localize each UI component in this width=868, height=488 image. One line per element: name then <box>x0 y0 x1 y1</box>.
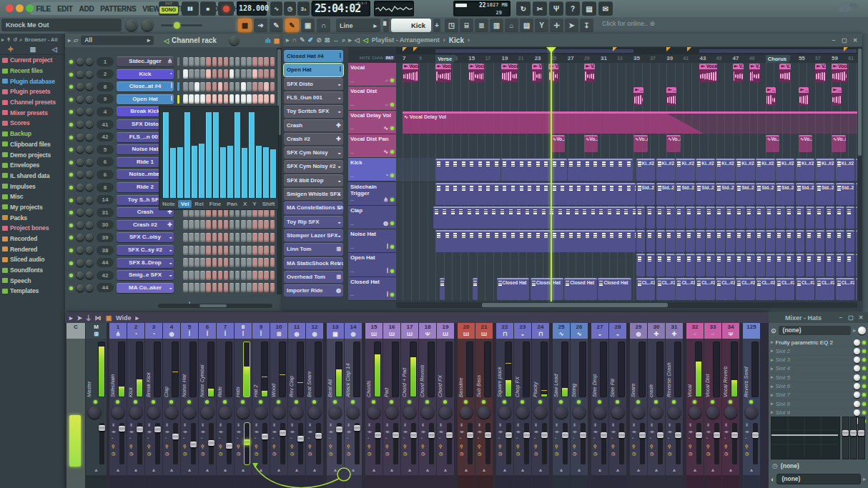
shuffle-slider-handle[interactable] <box>174 22 180 29</box>
pan-icon[interactable]: ◂▸ <box>272 429 277 434</box>
touch-icon[interactable]: ➤ <box>77 314 83 322</box>
browser-item-project-bones[interactable]: Project bones <box>0 223 65 234</box>
pattern-clip[interactable] <box>666 254 674 276</box>
automation-clip-big[interactable]: ∿ Vocal Delay Vol <box>403 111 857 134</box>
step-cell[interactable] <box>212 69 217 79</box>
channel-led[interactable] <box>69 211 73 214</box>
strip-fader[interactable] <box>485 423 490 464</box>
step-cell[interactable] <box>218 233 223 242</box>
draw-tool[interactable]: ✎ <box>300 36 305 44</box>
route-arrow-icon[interactable]: ▲ <box>458 467 475 472</box>
route-arrow-icon[interactable]: ▲ <box>609 467 626 472</box>
pattern-clip[interactable] <box>826 230 834 252</box>
step-cell[interactable] <box>224 94 229 104</box>
cut-tool-button[interactable]: ✂ <box>533 1 547 16</box>
pattern-selector[interactable]: Kick <box>391 19 431 32</box>
browser-item-recent-files[interactable]: Recent files <box>0 66 65 76</box>
slot-name[interactable]: Fruity parametric EQ 2 <box>776 339 852 346</box>
step-cell[interactable] <box>206 94 211 104</box>
plugin-picker-button[interactable]: Y <box>535 19 548 32</box>
pattern-clip[interactable] <box>706 230 714 252</box>
step-cell[interactable] <box>252 258 257 267</box>
fader-handle[interactable] <box>485 432 491 438</box>
preview-speaker-icon[interactable]: ◁ <box>355 36 360 44</box>
pattern-clip[interactable] <box>435 230 635 252</box>
step-cell[interactable] <box>264 57 269 66</box>
step-cell[interactable] <box>224 233 229 242</box>
stereo-sep-icon[interactable]: ⬍ <box>689 423 692 428</box>
stereo-sep-icon[interactable]: ⬍ <box>219 423 222 428</box>
pattern-clip[interactable]: CL..#2 <box>656 278 675 300</box>
step-cell[interactable] <box>258 220 263 229</box>
strip-fader[interactable] <box>429 423 434 464</box>
lamp-icon[interactable]: ⚲ <box>439 444 442 449</box>
clock-icon[interactable]: ◷ <box>112 452 115 457</box>
mute-dot-icon[interactable]: • <box>668 436 669 441</box>
mute-dot-icon[interactable]: • <box>632 436 633 441</box>
step-cell[interactable] <box>224 220 229 229</box>
fader-handle[interactable] <box>375 432 381 438</box>
step-cell[interactable] <box>183 220 188 229</box>
channel-number[interactable]: 4 <box>97 107 114 116</box>
step-cell[interactable] <box>247 220 252 229</box>
track-lane-vocal-dist-pan[interactable]: ∿Vo..n∿Vo..n∿Vo..n∿Vo..n∿Vo..n∿Vo..n∿Vo.… <box>396 134 857 159</box>
audio-clip[interactable]: ⇤ V..l <box>779 64 790 82</box>
strip-pan-knob[interactable] <box>632 406 645 419</box>
strip-pan-knob[interactable] <box>165 406 178 419</box>
mixer-strip-noise-cymbal[interactable]: 6ⅠNoise Cymbal⬍◂▸•⚲◷▲ <box>199 323 216 488</box>
route-arrow-icon[interactable]: ▲ <box>630 467 647 472</box>
mute-dot-icon[interactable]: • <box>272 436 274 441</box>
fader-handle[interactable] <box>137 427 143 432</box>
strip-fader[interactable] <box>447 423 452 464</box>
step-cell[interactable] <box>230 233 235 242</box>
display-tab-note[interactable]: NOTE <box>360 56 370 60</box>
strip-led[interactable] <box>672 400 676 404</box>
clock-icon[interactable]: ◷ <box>632 452 636 457</box>
track-header-clap[interactable]: Clap...◍ <box>348 206 396 229</box>
pattern-clip[interactable]: Sid..2 <box>756 183 774 205</box>
step-cell[interactable] <box>252 246 257 255</box>
pan-icon[interactable]: ◂▸ <box>421 429 425 434</box>
lamp-icon[interactable]: ⚲ <box>650 444 653 449</box>
step-cell[interactable] <box>247 69 252 79</box>
mute-dot-icon[interactable]: • <box>329 436 330 441</box>
track-options[interactable]: ... <box>350 79 354 83</box>
strip-led[interactable] <box>503 400 506 404</box>
pan-icon[interactable]: ◂▸ <box>237 429 241 434</box>
slot-mix-knob[interactable] <box>854 357 860 363</box>
route-arrow-icon[interactable]: ▲ <box>591 467 608 472</box>
track-lane-vocal-dist[interactable]: ⇤ ..⇤ ..⇤ ..⇤ ..⇤ .. <box>396 86 857 111</box>
pattern-clip[interactable] <box>756 230 764 252</box>
fx-slot-5[interactable]: ▸Slot 5 <box>771 373 866 382</box>
strip-led[interactable] <box>259 400 262 404</box>
lamp-icon[interactable]: ⚲ <box>308 444 311 449</box>
pattern-clip[interactable] <box>716 206 724 229</box>
fader-handle[interactable] <box>467 432 473 438</box>
picker-item-closed-hat-4[interactable]: Closed Hat #4Ⅰ <box>284 50 343 62</box>
pattern-clip[interactable]: Ki..#2 <box>696 159 714 181</box>
pattern-clip[interactable]: Sid..2 <box>716 183 734 205</box>
pattern-clip[interactable]: CL..#2 <box>816 278 834 300</box>
pattern-clip[interactable] <box>786 206 794 229</box>
strip-led[interactable] <box>654 400 658 404</box>
pan-icon[interactable]: ◂▸ <box>632 429 636 434</box>
step-cell[interactable] <box>218 246 223 255</box>
step-cell[interactable] <box>252 94 257 104</box>
fader-handle[interactable] <box>675 432 681 438</box>
step-cell[interactable] <box>258 233 263 242</box>
lamp-icon[interactable]: ⚲ <box>219 444 222 449</box>
step-cell[interactable] <box>224 271 229 280</box>
audio-clip[interactable]: ⇤ Vocal <box>435 64 451 82</box>
marker-flag-icon[interactable] <box>613 47 617 51</box>
pattern-clip[interactable]: Closed Hat <box>598 278 631 300</box>
fader-handle[interactable] <box>262 434 268 439</box>
step-cell[interactable] <box>230 271 235 280</box>
channel-led[interactable] <box>69 136 73 139</box>
step-cell[interactable] <box>218 69 223 79</box>
marker-verse[interactable]: Verse <box>435 55 455 63</box>
step-cell[interactable] <box>247 246 252 255</box>
fader-handle[interactable] <box>354 425 360 431</box>
stereo-sep-icon[interactable]: ⬍ <box>183 423 187 428</box>
track-header-open-hat[interactable]: Open Hat...Ⅰ <box>348 253 396 277</box>
pattern-clip[interactable]: Sid..2 <box>836 183 854 205</box>
